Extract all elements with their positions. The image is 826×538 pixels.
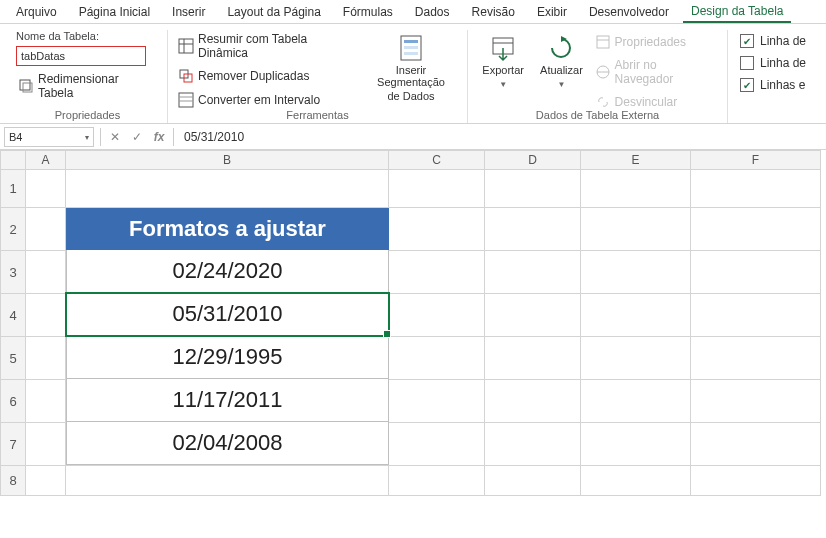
- cell[interactable]: [691, 466, 821, 496]
- col-header-F[interactable]: F: [691, 150, 821, 170]
- cell[interactable]: [581, 380, 691, 423]
- cell[interactable]: [26, 170, 66, 208]
- row-header-2[interactable]: 2: [0, 208, 26, 251]
- refresh-button[interactable]: Atualizar ▼: [534, 30, 588, 112]
- cell[interactable]: [581, 423, 691, 466]
- cell[interactable]: [485, 208, 581, 251]
- cell[interactable]: [581, 170, 691, 208]
- cell[interactable]: [691, 423, 821, 466]
- cell[interactable]: [485, 294, 581, 337]
- cell[interactable]: [485, 423, 581, 466]
- refresh-label: Atualizar: [540, 64, 583, 76]
- summarize-pivot-label: Resumir com Tabela Dinâmica: [198, 32, 353, 60]
- row-header-5[interactable]: 5: [0, 337, 26, 380]
- table-row[interactable]: 11/17/2011: [66, 379, 389, 422]
- col-header-E[interactable]: E: [581, 150, 691, 170]
- checkbox-icon: ✔: [740, 34, 754, 48]
- name-box[interactable]: B4 ▾: [4, 127, 94, 147]
- cell[interactable]: [26, 208, 66, 251]
- menu-table-design[interactable]: Design da Tabela: [683, 1, 792, 23]
- cell[interactable]: [691, 337, 821, 380]
- cell[interactable]: [26, 294, 66, 337]
- row-header-7[interactable]: 7: [0, 423, 26, 466]
- cell[interactable]: [581, 466, 691, 496]
- table-row[interactable]: 02/24/2020: [66, 250, 389, 293]
- summarize-pivot-button[interactable]: Resumir com Tabela Dinâmica: [176, 30, 355, 62]
- menu-file[interactable]: Arquivo: [8, 2, 65, 22]
- cell[interactable]: [581, 294, 691, 337]
- menu-insert[interactable]: Inserir: [164, 2, 213, 22]
- col-header-B[interactable]: B: [66, 150, 389, 170]
- cell[interactable]: [485, 251, 581, 294]
- cancel-formula-icon[interactable]: ✕: [107, 129, 123, 145]
- cell[interactable]: [389, 251, 485, 294]
- col-header-C[interactable]: C: [389, 150, 485, 170]
- export-button[interactable]: Exportar ▼: [476, 30, 530, 112]
- col-header-D[interactable]: D: [485, 150, 581, 170]
- cell[interactable]: [581, 337, 691, 380]
- convert-range-button[interactable]: Converter em Intervalo: [176, 90, 322, 110]
- cell[interactable]: [581, 251, 691, 294]
- cell[interactable]: [26, 251, 66, 294]
- cell[interactable]: [66, 466, 389, 496]
- formula-input[interactable]: [180, 127, 822, 147]
- table-header-cell[interactable]: Formatos a ajustar: [66, 208, 389, 250]
- row-header-1[interactable]: 1: [0, 170, 26, 208]
- svg-rect-0: [20, 80, 30, 90]
- insert-function-icon[interactable]: fx: [151, 129, 167, 145]
- menu-view[interactable]: Exibir: [529, 2, 575, 22]
- remove-duplicates-button[interactable]: Remover Duplicadas: [176, 66, 311, 86]
- cell[interactable]: [485, 337, 581, 380]
- table-row[interactable]: 02/04/2008: [66, 422, 389, 465]
- menu-page-layout[interactable]: Layout da Página: [219, 2, 328, 22]
- row-header-6[interactable]: 6: [0, 380, 26, 423]
- menu-review[interactable]: Revisão: [464, 2, 523, 22]
- insert-slicer-button[interactable]: Inserir Segmentação de Dados: [363, 30, 459, 110]
- export-icon: [489, 34, 517, 62]
- cell[interactable]: [389, 337, 485, 380]
- menu-developer[interactable]: Desenvolvedor: [581, 2, 677, 22]
- cell[interactable]: [389, 294, 485, 337]
- cell[interactable]: [389, 170, 485, 208]
- menu-formulas[interactable]: Fórmulas: [335, 2, 401, 22]
- table-properties-button[interactable]: Propriedades: [593, 32, 688, 52]
- row-header-8[interactable]: 8: [0, 466, 26, 496]
- cell[interactable]: [389, 208, 485, 251]
- cell[interactable]: [691, 170, 821, 208]
- select-all-corner[interactable]: [0, 150, 26, 170]
- cell[interactable]: [26, 466, 66, 496]
- menu-data[interactable]: Dados: [407, 2, 458, 22]
- cell[interactable]: [485, 466, 581, 496]
- table-row[interactable]: 12/29/1995: [66, 336, 389, 379]
- header-row-checkbox[interactable]: ✔ Linha de: [740, 34, 806, 48]
- cell[interactable]: [26, 337, 66, 380]
- open-browser-button[interactable]: Abrir no Navegador: [593, 56, 719, 88]
- total-row-checkbox[interactable]: Linha de: [740, 56, 806, 70]
- resize-table-button[interactable]: Redimensionar Tabela: [16, 70, 159, 102]
- cell[interactable]: [691, 294, 821, 337]
- cell[interactable]: [389, 466, 485, 496]
- menu-home[interactable]: Página Inicial: [71, 2, 158, 22]
- ribbon-group-tools: Resumir com Tabela Dinâmica Remover Dupl…: [168, 30, 468, 123]
- divider: [100, 128, 101, 146]
- cell[interactable]: [66, 170, 389, 208]
- cell[interactable]: [485, 170, 581, 208]
- cell[interactable]: [691, 251, 821, 294]
- cell[interactable]: [26, 423, 66, 466]
- table-row[interactable]: 05/31/2010: [66, 293, 389, 336]
- cell[interactable]: [389, 423, 485, 466]
- enter-formula-icon[interactable]: ✓: [129, 129, 145, 145]
- convert-range-label: Converter em Intervalo: [198, 93, 320, 107]
- row-header-4[interactable]: 4: [0, 294, 26, 337]
- col-header-A[interactable]: A: [26, 150, 66, 170]
- cell[interactable]: [691, 380, 821, 423]
- cell[interactable]: [581, 208, 691, 251]
- cell[interactable]: [485, 380, 581, 423]
- cell[interactable]: [691, 208, 821, 251]
- resize-table-icon: [18, 78, 34, 94]
- banded-rows-checkbox[interactable]: ✔ Linhas e: [740, 78, 805, 92]
- table-name-input[interactable]: [16, 46, 146, 66]
- row-header-3[interactable]: 3: [0, 251, 26, 294]
- cell[interactable]: [389, 380, 485, 423]
- cell[interactable]: [26, 380, 66, 423]
